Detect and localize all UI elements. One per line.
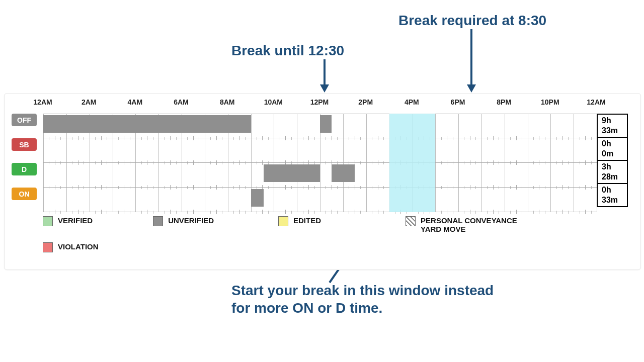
eld-grid-panel: 12AM2AM4AM6AM8AM10AM12PM2PM4PM6PM8PM10PM… [4,93,641,270]
hour-label: 4PM [405,98,419,106]
grid-row-sb [43,138,628,163]
hour-label: 12PM [310,98,329,106]
status-off-button[interactable]: OFF [12,114,37,126]
grid-rows: 9h33m0h0m3h28m0h33m [43,114,628,212]
hour-label: 8AM [220,98,235,106]
annotation-break-required: Break required at 8:30 [398,13,546,29]
hour-label: 4AM [128,98,143,106]
duty-segment [264,164,320,182]
status-d-button[interactable]: D [12,163,37,175]
legend-verified: VERIFIED [43,216,93,226]
hour-label: 6AM [174,98,189,106]
duty-segment [251,189,264,207]
duty-segment [332,164,355,182]
legend-unverified: UNVERIFIED [153,216,214,226]
svg-marker-3 [467,84,476,93]
total-on: 0h33m [598,184,627,206]
svg-marker-1 [320,84,329,93]
legend-edited: EDITED [278,216,321,226]
legend: VERIFIED UNVERIFIED EDITED PERSONAL CONV… [43,216,517,261]
hour-label: 10AM [264,98,283,106]
status-sb-button[interactable]: SB [12,138,37,151]
total-sb: 0h0m [598,138,627,161]
total-off: 9h33m [598,115,627,138]
annotation-break-until: Break until 12:30 [231,43,344,59]
hour-axis: 12AM2AM4AM6AM8AM10AM12PM2PM4PM6PM8PM10PM… [43,106,627,114]
hour-label: 2AM [82,98,97,106]
hour-label: 6PM [451,98,465,106]
legend-personal-conveyance: PERSONAL CONVEYANCE YARD MOVE [406,216,517,233]
status-on-button[interactable]: ON [12,188,37,200]
hour-label: 10PM [541,98,559,106]
legend-violation: VIOLATION [43,242,99,252]
hour-label: 2PM [358,98,373,106]
hour-label: 12AM [587,98,605,106]
total-d: 3h28m [598,161,627,184]
annotation-window: Start your break in this window instead … [231,282,494,317]
arrow-icon [464,29,479,95]
duty-segment [320,115,332,133]
arrow-icon [317,59,332,95]
break-window-highlight [389,114,436,212]
hour-label: 12AM [33,98,52,106]
totals-box: 9h33m0h0m3h28m0h33m [597,114,628,207]
hour-label: 8PM [497,98,511,106]
duty-segment [43,115,251,133]
grid: 12AM2AM4AM6AM8AM10AM12PM2PM4PM6PM8PM10PM… [43,106,627,212]
grid-row-on [43,188,628,212]
